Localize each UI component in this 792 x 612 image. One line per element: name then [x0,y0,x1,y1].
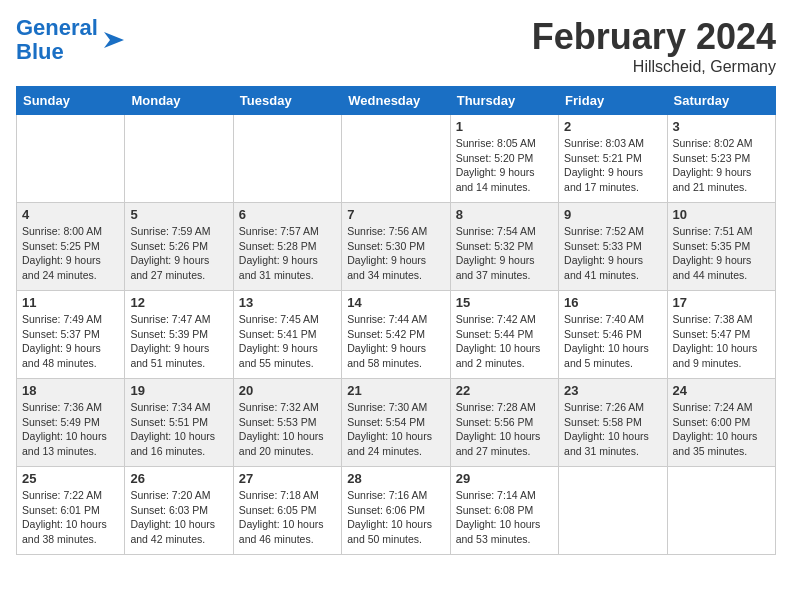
day-info: Sunrise: 7:38 AM Sunset: 5:47 PM Dayligh… [673,312,770,371]
day-number: 12 [130,295,227,310]
day-info: Sunrise: 8:03 AM Sunset: 5:21 PM Dayligh… [564,136,661,195]
day-number: 23 [564,383,661,398]
day-info: Sunrise: 7:36 AM Sunset: 5:49 PM Dayligh… [22,400,119,459]
day-number: 5 [130,207,227,222]
day-info: Sunrise: 8:05 AM Sunset: 5:20 PM Dayligh… [456,136,553,195]
calendar-cell: 25Sunrise: 7:22 AM Sunset: 6:01 PM Dayli… [17,467,125,555]
logo: General Blue [16,16,128,64]
day-info: Sunrise: 7:57 AM Sunset: 5:28 PM Dayligh… [239,224,336,283]
calendar-week-row: 11Sunrise: 7:49 AM Sunset: 5:37 PM Dayli… [17,291,776,379]
day-info: Sunrise: 7:44 AM Sunset: 5:42 PM Dayligh… [347,312,444,371]
day-info: Sunrise: 8:02 AM Sunset: 5:23 PM Dayligh… [673,136,770,195]
weekday-header-sunday: Sunday [17,87,125,115]
calendar-cell: 24Sunrise: 7:24 AM Sunset: 6:00 PM Dayli… [667,379,775,467]
calendar-week-row: 25Sunrise: 7:22 AM Sunset: 6:01 PM Dayli… [17,467,776,555]
calendar-cell: 14Sunrise: 7:44 AM Sunset: 5:42 PM Dayli… [342,291,450,379]
day-info: Sunrise: 7:34 AM Sunset: 5:51 PM Dayligh… [130,400,227,459]
calendar-cell: 21Sunrise: 7:30 AM Sunset: 5:54 PM Dayli… [342,379,450,467]
day-info: Sunrise: 7:45 AM Sunset: 5:41 PM Dayligh… [239,312,336,371]
day-info: Sunrise: 7:18 AM Sunset: 6:05 PM Dayligh… [239,488,336,547]
day-info: Sunrise: 7:20 AM Sunset: 6:03 PM Dayligh… [130,488,227,547]
calendar-cell: 16Sunrise: 7:40 AM Sunset: 5:46 PM Dayli… [559,291,667,379]
day-number: 13 [239,295,336,310]
weekday-header-thursday: Thursday [450,87,558,115]
weekday-header-friday: Friday [559,87,667,115]
day-info: Sunrise: 7:52 AM Sunset: 5:33 PM Dayligh… [564,224,661,283]
day-info: Sunrise: 7:14 AM Sunset: 6:08 PM Dayligh… [456,488,553,547]
calendar-cell: 27Sunrise: 7:18 AM Sunset: 6:05 PM Dayli… [233,467,341,555]
calendar-cell: 1Sunrise: 8:05 AM Sunset: 5:20 PM Daylig… [450,115,558,203]
day-number: 29 [456,471,553,486]
day-number: 28 [347,471,444,486]
day-info: Sunrise: 7:56 AM Sunset: 5:30 PM Dayligh… [347,224,444,283]
calendar-cell: 8Sunrise: 7:54 AM Sunset: 5:32 PM Daylig… [450,203,558,291]
day-info: Sunrise: 7:22 AM Sunset: 6:01 PM Dayligh… [22,488,119,547]
calendar-cell: 11Sunrise: 7:49 AM Sunset: 5:37 PM Dayli… [17,291,125,379]
calendar-cell [667,467,775,555]
calendar-cell: 4Sunrise: 8:00 AM Sunset: 5:25 PM Daylig… [17,203,125,291]
day-info: Sunrise: 7:28 AM Sunset: 5:56 PM Dayligh… [456,400,553,459]
day-info: Sunrise: 7:42 AM Sunset: 5:44 PM Dayligh… [456,312,553,371]
day-number: 4 [22,207,119,222]
calendar-cell: 28Sunrise: 7:16 AM Sunset: 6:06 PM Dayli… [342,467,450,555]
calendar-table: SundayMondayTuesdayWednesdayThursdayFrid… [16,86,776,555]
calendar-cell: 19Sunrise: 7:34 AM Sunset: 5:51 PM Dayli… [125,379,233,467]
calendar-cell: 7Sunrise: 7:56 AM Sunset: 5:30 PM Daylig… [342,203,450,291]
day-number: 22 [456,383,553,398]
calendar-cell: 29Sunrise: 7:14 AM Sunset: 6:08 PM Dayli… [450,467,558,555]
day-number: 1 [456,119,553,134]
weekday-header-saturday: Saturday [667,87,775,115]
day-info: Sunrise: 7:59 AM Sunset: 5:26 PM Dayligh… [130,224,227,283]
calendar-cell: 13Sunrise: 7:45 AM Sunset: 5:41 PM Dayli… [233,291,341,379]
day-info: Sunrise: 7:32 AM Sunset: 5:53 PM Dayligh… [239,400,336,459]
calendar-cell: 9Sunrise: 7:52 AM Sunset: 5:33 PM Daylig… [559,203,667,291]
logo-blue: Blue [16,39,64,64]
page-header: General Blue February 2024 Hillscheid, G… [16,16,776,76]
day-info: Sunrise: 8:00 AM Sunset: 5:25 PM Dayligh… [22,224,119,283]
day-number: 25 [22,471,119,486]
location: Hillscheid, Germany [532,58,776,76]
day-number: 8 [456,207,553,222]
day-info: Sunrise: 7:24 AM Sunset: 6:00 PM Dayligh… [673,400,770,459]
logo-arrow-icon [100,26,128,54]
day-number: 19 [130,383,227,398]
calendar-cell: 15Sunrise: 7:42 AM Sunset: 5:44 PM Dayli… [450,291,558,379]
day-number: 3 [673,119,770,134]
day-number: 26 [130,471,227,486]
weekday-header-monday: Monday [125,87,233,115]
day-number: 17 [673,295,770,310]
calendar-cell [125,115,233,203]
calendar-cell: 18Sunrise: 7:36 AM Sunset: 5:49 PM Dayli… [17,379,125,467]
calendar-cell: 17Sunrise: 7:38 AM Sunset: 5:47 PM Dayli… [667,291,775,379]
day-number: 14 [347,295,444,310]
calendar-week-row: 18Sunrise: 7:36 AM Sunset: 5:49 PM Dayli… [17,379,776,467]
day-number: 20 [239,383,336,398]
day-info: Sunrise: 7:30 AM Sunset: 5:54 PM Dayligh… [347,400,444,459]
day-info: Sunrise: 7:40 AM Sunset: 5:46 PM Dayligh… [564,312,661,371]
calendar-week-row: 1Sunrise: 8:05 AM Sunset: 5:20 PM Daylig… [17,115,776,203]
day-number: 16 [564,295,661,310]
day-number: 9 [564,207,661,222]
svg-marker-0 [104,32,124,48]
calendar-cell: 5Sunrise: 7:59 AM Sunset: 5:26 PM Daylig… [125,203,233,291]
day-number: 18 [22,383,119,398]
month-title: February 2024 [532,16,776,58]
day-number: 11 [22,295,119,310]
day-number: 10 [673,207,770,222]
day-info: Sunrise: 7:51 AM Sunset: 5:35 PM Dayligh… [673,224,770,283]
weekday-header-tuesday: Tuesday [233,87,341,115]
day-info: Sunrise: 7:16 AM Sunset: 6:06 PM Dayligh… [347,488,444,547]
calendar-cell: 3Sunrise: 8:02 AM Sunset: 5:23 PM Daylig… [667,115,775,203]
calendar-cell [559,467,667,555]
day-number: 24 [673,383,770,398]
day-number: 7 [347,207,444,222]
day-info: Sunrise: 7:49 AM Sunset: 5:37 PM Dayligh… [22,312,119,371]
title-block: February 2024 Hillscheid, Germany [532,16,776,76]
weekday-header-row: SundayMondayTuesdayWednesdayThursdayFrid… [17,87,776,115]
day-number: 15 [456,295,553,310]
calendar-cell [342,115,450,203]
calendar-week-row: 4Sunrise: 8:00 AM Sunset: 5:25 PM Daylig… [17,203,776,291]
calendar-cell [233,115,341,203]
day-number: 27 [239,471,336,486]
calendar-cell: 12Sunrise: 7:47 AM Sunset: 5:39 PM Dayli… [125,291,233,379]
